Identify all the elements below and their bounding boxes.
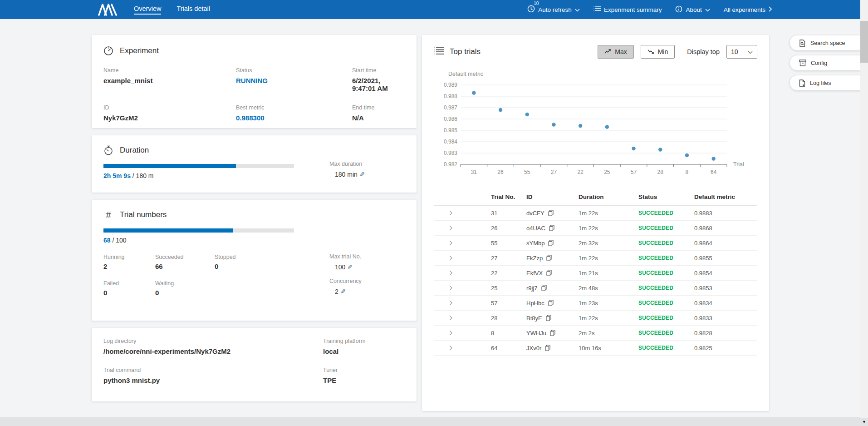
best-metric-value: 0.988300 <box>236 114 352 122</box>
copy-icon[interactable] <box>550 330 555 336</box>
copy-icon[interactable] <box>548 300 554 306</box>
cell-default-metric: 0.9868 <box>694 225 757 232</box>
info-icon <box>675 5 682 14</box>
expand-row-chevron-icon[interactable] <box>449 210 491 216</box>
table-row: 25 r9jj7 2m 48s SUCCEEDED 0.9853 <box>434 281 757 296</box>
cell-duration: 2m 2s <box>579 330 638 337</box>
dotted-list-icon <box>434 47 444 57</box>
cell-id: JXv0r <box>526 345 579 352</box>
copy-icon[interactable] <box>548 210 554 216</box>
trial-numbers-card: # Trial numbers 68 / 100 Running2 Succee… <box>92 200 417 321</box>
svg-text:0.988: 0.988 <box>444 93 457 99</box>
edit-icon[interactable]: ✎ <box>347 263 353 271</box>
cell-default-metric: 0.9853 <box>694 285 757 292</box>
display-top-label: Display top <box>687 48 720 55</box>
expand-row-chevron-icon[interactable] <box>449 330 491 336</box>
expand-row-chevron-icon[interactable] <box>449 255 491 261</box>
copy-icon[interactable] <box>541 285 547 291</box>
cell-trial-no: 22 <box>491 270 526 277</box>
tab-overview[interactable]: Overview <box>134 5 161 15</box>
cell-trial-no: 57 <box>491 300 526 307</box>
chevron-down-icon <box>705 6 710 13</box>
trial-id-text: FkZzp <box>526 255 543 262</box>
copy-icon[interactable] <box>548 240 554 246</box>
cell-status: SUCCEEDED <box>638 255 694 261</box>
expand-row-chevron-icon[interactable] <box>449 345 491 351</box>
svg-text:57: 57 <box>631 169 637 175</box>
experiment-summary-button[interactable]: Experiment summary <box>593 6 662 14</box>
vertical-scrollbar[interactable]: ▼ <box>860 0 868 426</box>
chevron-down-icon <box>748 48 753 55</box>
cell-trial-no: 27 <box>491 255 526 262</box>
trials-progress-bar <box>103 228 294 233</box>
elapsed-duration: 2h 5m 9s <box>103 172 131 179</box>
copy-icon[interactable] <box>546 270 552 276</box>
max-trial-value: 100 <box>335 263 345 271</box>
auto-refresh-menu[interactable]: 10 Auto refresh <box>527 5 580 14</box>
field-label: Name <box>103 67 236 74</box>
top-trials-table: Trial No. ID Duration Status Default met… <box>434 188 757 356</box>
expand-row-chevron-icon[interactable] <box>449 225 491 231</box>
trial-numbers-card-title: Trial numbers <box>120 210 167 219</box>
copy-icon[interactable] <box>549 225 554 231</box>
table-row: 64 JXv0r 10m 16s SUCCEEDED 0.9825 <box>434 341 757 356</box>
field-label: Start time <box>352 67 405 74</box>
copy-icon[interactable] <box>546 255 552 261</box>
log-files-button[interactable]: Log files <box>790 75 868 90</box>
max-trial-label: Max trial No. <box>329 253 397 260</box>
top-trials-card: Top trials Max Min Display top 10 <box>422 35 769 411</box>
cell-status: SUCCEEDED <box>638 240 694 246</box>
expand-row-chevron-icon[interactable] <box>449 315 491 321</box>
max-toggle-button[interactable]: Max <box>598 45 633 59</box>
cell-status: SUCCEEDED <box>638 210 694 216</box>
edit-icon[interactable]: ✎ <box>340 288 346 295</box>
search-space-label: Search space <box>810 40 845 46</box>
trial-id-text: sYMbp <box>526 240 544 247</box>
trial-command-value: python3 mnist.py <box>103 376 323 384</box>
expand-row-chevron-icon[interactable] <box>449 300 491 306</box>
default-metric-scatter-chart: Default metric0.9890.9880.9870.9860.9850… <box>434 69 757 181</box>
table-row: 26 o4UAC 1m 22s SUCCEEDED 0.9868 <box>434 221 757 236</box>
cell-default-metric: 0.9864 <box>694 240 757 247</box>
expand-row-chevron-icon[interactable] <box>449 270 491 276</box>
edit-icon[interactable]: ✎ <box>359 171 365 178</box>
all-experiments-label: All experiments <box>724 6 765 13</box>
duration-progress-bar <box>103 164 294 168</box>
col-trial-no: Trial No. <box>491 193 526 200</box>
cell-status: SUCCEEDED <box>638 270 694 276</box>
cell-id: r9jj7 <box>526 285 579 292</box>
search-space-icon <box>799 40 806 47</box>
chevron-right-icon <box>769 6 772 13</box>
search-space-button[interactable]: Search space <box>790 35 868 50</box>
scroll-down-arrow[interactable]: ▼ <box>860 418 868 426</box>
cell-default-metric: 0.9834 <box>694 300 757 307</box>
cell-trial-no: 55 <box>491 240 526 247</box>
list-icon <box>593 6 601 14</box>
running-count: 2 <box>103 263 155 270</box>
about-menu[interactable]: About <box>675 5 710 14</box>
concurrency-label: Concurrency <box>329 278 397 284</box>
log-files-label: Log files <box>810 80 831 86</box>
all-experiments-link[interactable]: All experiments <box>724 6 772 13</box>
svg-text:0.983: 0.983 <box>444 150 457 156</box>
config-button[interactable]: Config <box>790 55 868 70</box>
copy-icon[interactable] <box>545 345 550 351</box>
expand-row-chevron-icon[interactable] <box>449 240 491 246</box>
succeeded-count: 66 <box>155 263 215 270</box>
cell-status: SUCCEEDED <box>638 300 694 306</box>
cell-duration: 1m 22s <box>579 255 638 262</box>
tab-trials-detail[interactable]: Trials detail <box>177 5 210 15</box>
cell-default-metric: 0.9883 <box>694 210 757 217</box>
svg-text:0.986: 0.986 <box>444 116 457 122</box>
min-toggle-button[interactable]: Min <box>641 45 675 59</box>
scrollbar-thumb[interactable] <box>860 21 868 63</box>
display-top-select[interactable]: 10 <box>726 45 757 59</box>
cell-id: sYMbp <box>526 240 579 247</box>
field-label: Trial command <box>103 367 323 373</box>
trials-total-count: 100 <box>116 237 126 244</box>
col-status: Status <box>638 193 694 200</box>
expand-row-chevron-icon[interactable] <box>449 285 491 291</box>
max-duration-label: Max duration <box>329 161 397 167</box>
copy-icon[interactable] <box>546 315 551 321</box>
cell-duration: 1m 21s <box>579 270 638 277</box>
